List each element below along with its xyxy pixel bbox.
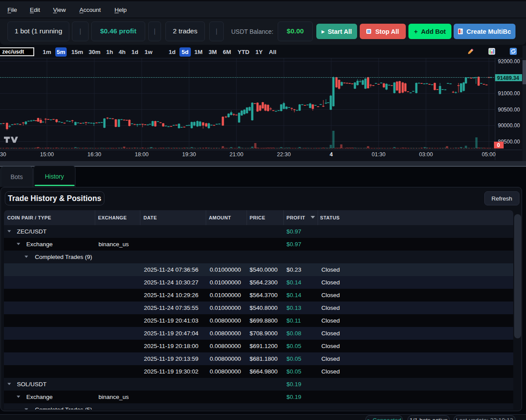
svg-text:01:30: 01:30 xyxy=(372,151,385,158)
svg-text:19:30: 19:30 xyxy=(182,151,196,158)
svg-text:03:00: 03:00 xyxy=(419,151,433,158)
svg-text:18:00: 18:00 xyxy=(135,151,148,158)
svg-text:91489.34: 91489.34 xyxy=(497,75,519,81)
svg-text:91000.00: 91000.00 xyxy=(498,90,520,97)
svg-text:15:00: 15:00 xyxy=(40,151,54,158)
svg-text:90500.00: 90500.00 xyxy=(498,107,520,113)
svg-text:4: 4 xyxy=(330,151,333,158)
svg-text:30: 30 xyxy=(0,151,6,158)
svg-text:16:30: 16:30 xyxy=(87,151,101,158)
svg-text:92000.00: 92000.00 xyxy=(498,58,520,65)
svg-text:21:00: 21:00 xyxy=(229,151,243,158)
svg-text:05:00: 05:00 xyxy=(482,151,495,158)
svg-text:90000.00: 90000.00 xyxy=(498,122,520,129)
svg-text:22:30: 22:30 xyxy=(277,151,290,158)
svg-text:0: 0 xyxy=(497,142,500,148)
